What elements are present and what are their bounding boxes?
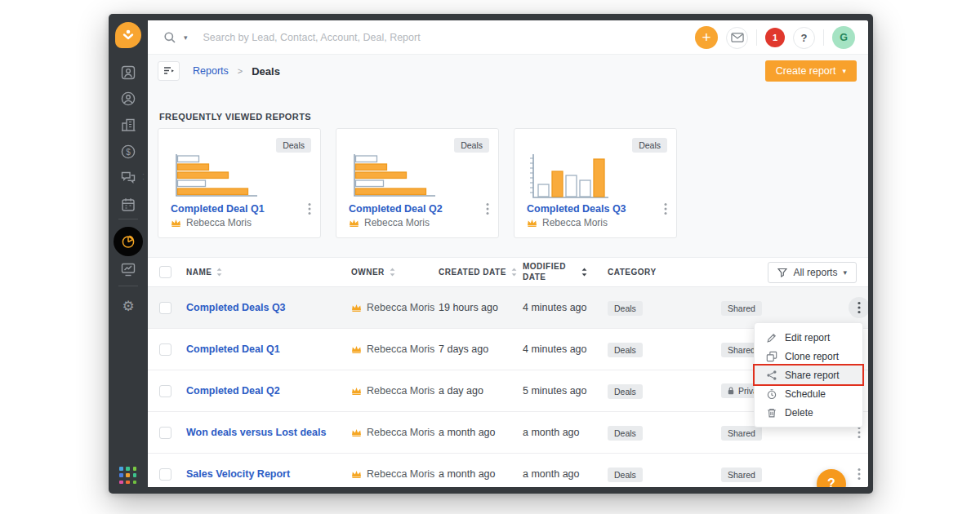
sidebar: $ ⁚ ⚙ bbox=[109, 14, 148, 494]
report-owner: Rebecca Moris bbox=[186, 217, 252, 228]
category-badge: Deals bbox=[608, 467, 643, 482]
report-card[interactable]: Deals Completed Deal Q2 bbox=[336, 128, 499, 238]
visibility-badge: Shared bbox=[721, 426, 762, 441]
select-all-checkbox[interactable] bbox=[159, 266, 172, 278]
gear-icon: ⚙ bbox=[122, 299, 134, 313]
menu-item-edit-report[interactable]: Edit report bbox=[755, 328, 862, 347]
report-owner: Rebecca Moris bbox=[542, 217, 608, 228]
search-icon bbox=[163, 31, 176, 44]
help-button[interactable]: ? bbox=[793, 27, 815, 49]
screenshot-canvas: $ ⁚ ⚙ bbox=[0, 0, 980, 514]
topbar-divider bbox=[756, 29, 757, 46]
sort-icon bbox=[511, 268, 517, 277]
row-checkbox[interactable] bbox=[159, 385, 172, 397]
row-context-menu: Edit report Clone report Share report Sc… bbox=[754, 322, 863, 428]
visibility-badge: Shared bbox=[721, 301, 762, 316]
menu-item-share-report[interactable]: Share report bbox=[755, 366, 862, 384]
category-badge: Deals bbox=[608, 343, 643, 357]
caret-down-icon: ▾ bbox=[843, 268, 847, 277]
created-date: 19 hours ago bbox=[439, 302, 523, 313]
list-toggle-icon bbox=[163, 66, 175, 76]
clone-icon bbox=[766, 351, 777, 362]
search-input[interactable]: Search by Lead, Contact, Account, Deal, … bbox=[203, 32, 421, 43]
created-date: a day ago bbox=[439, 385, 523, 397]
row-checkbox[interactable] bbox=[159, 343, 172, 356]
sidebar-divider bbox=[118, 286, 138, 286]
report-card-title[interactable]: Completed Deals Q3 bbox=[527, 203, 626, 215]
freshsales-logo[interactable] bbox=[115, 22, 141, 48]
column-header-created[interactable]: CREATED DATE bbox=[439, 268, 523, 277]
visibility-badge: Shared bbox=[721, 467, 762, 482]
all-reports-filter-button[interactable]: All reports ▾ bbox=[768, 262, 857, 283]
kebab-icon[interactable] bbox=[664, 202, 667, 215]
section-title: FREQUENTLY VIEWED REPORTS bbox=[159, 112, 311, 122]
plus-icon: + bbox=[702, 29, 710, 45]
report-name-link[interactable]: Sales Velocity Report bbox=[186, 468, 351, 480]
report-card-title[interactable]: Completed Deal Q1 bbox=[171, 203, 265, 215]
row-checkbox[interactable] bbox=[159, 302, 172, 314]
apps-icon[interactable] bbox=[119, 467, 137, 485]
sidebar-item-leads[interactable] bbox=[120, 64, 136, 81]
lock-icon bbox=[728, 387, 734, 395]
table-row[interactable]: Sales Velocity Report Rebecca Moris a mo… bbox=[148, 454, 868, 487]
row-actions-button[interactable] bbox=[849, 297, 868, 318]
modified-date: a month ago bbox=[523, 427, 608, 438]
created-date: a month ago bbox=[439, 468, 523, 480]
crown-icon bbox=[351, 387, 362, 395]
row-actions-button[interactable] bbox=[849, 463, 868, 485]
sidebar-collapse-toggle[interactable] bbox=[158, 61, 180, 81]
report-card-title[interactable]: Completed Deal Q2 bbox=[349, 203, 443, 215]
row-checkbox[interactable] bbox=[159, 468, 172, 481]
menu-item-clone-report[interactable]: Clone report bbox=[755, 347, 862, 366]
breadcrumb: Reports > Deals Create report ▾ bbox=[158, 60, 857, 82]
modified-date: 4 minutes ago bbox=[523, 302, 608, 313]
quick-add-button[interactable]: + bbox=[695, 26, 718, 49]
card-category-badge: Deals bbox=[454, 138, 489, 153]
column-header-modified[interactable]: MODIFIED DATE bbox=[523, 262, 608, 282]
breadcrumb-reports-link[interactable]: Reports bbox=[193, 65, 229, 77]
crown-icon bbox=[351, 345, 362, 353]
hbar-chart-icon bbox=[171, 153, 261, 199]
notifications-button[interactable]: 1 bbox=[765, 28, 785, 47]
trash-icon bbox=[766, 407, 777, 419]
kebab-icon[interactable] bbox=[486, 202, 489, 215]
category-badge: Deals bbox=[608, 301, 643, 316]
report-name-link[interactable]: Completed Deal Q1 bbox=[186, 343, 351, 355]
search-scope-caret-icon[interactable]: ▾ bbox=[184, 33, 188, 42]
modified-date: a month ago bbox=[523, 468, 608, 480]
kebab-icon[interactable] bbox=[308, 202, 311, 215]
report-card[interactable]: Deals Completed Deal Q1 bbox=[158, 128, 321, 238]
sidebar-item-conversations[interactable] bbox=[120, 170, 136, 186]
hbar-chart-icon bbox=[349, 153, 439, 199]
menu-item-schedule[interactable]: Schedule bbox=[755, 384, 862, 403]
sidebar-item-accounts[interactable] bbox=[120, 117, 136, 133]
sidebar-item-dashboard[interactable] bbox=[120, 261, 136, 277]
created-date: a month ago bbox=[439, 427, 523, 438]
sidebar-item-reports[interactable] bbox=[114, 227, 143, 256]
category-badge: Deals bbox=[608, 384, 643, 399]
sidebar-item-contacts[interactable] bbox=[120, 91, 136, 107]
sort-icon-active bbox=[581, 268, 587, 277]
row-checkbox[interactable] bbox=[159, 427, 172, 439]
column-header-category[interactable]: CATEGORY bbox=[608, 268, 721, 277]
modified-date: 5 minutes ago bbox=[523, 385, 608, 397]
email-button[interactable] bbox=[726, 27, 748, 49]
crown-icon bbox=[527, 219, 537, 227]
crown-icon bbox=[351, 428, 362, 436]
kebab-icon bbox=[858, 426, 861, 439]
sidebar-item-deals[interactable]: $ bbox=[120, 144, 136, 160]
user-avatar[interactable]: G bbox=[832, 26, 855, 49]
report-card[interactable]: Deals Completed Deals Q3 bbox=[514, 128, 677, 238]
column-header-name[interactable]: NAME bbox=[186, 268, 351, 277]
sidebar-item-appointments[interactable] bbox=[120, 197, 136, 213]
report-name-link[interactable]: Completed Deal Q2 bbox=[186, 385, 351, 397]
menu-item-delete[interactable]: Delete bbox=[755, 403, 862, 422]
global-search[interactable]: ▾ Search by Lead, Contact, Account, Deal… bbox=[163, 20, 421, 55]
create-report-button[interactable]: Create report ▾ bbox=[765, 60, 857, 82]
column-header-owner[interactable]: OWNER bbox=[351, 268, 439, 277]
report-name-link[interactable]: Won deals versus Lost deals bbox=[186, 427, 351, 438]
sidebar-item-settings[interactable]: ⚙ bbox=[120, 298, 136, 314]
card-category-badge: Deals bbox=[632, 138, 667, 153]
report-name-link[interactable]: Completed Deals Q3 bbox=[186, 302, 351, 313]
funnel-icon bbox=[777, 268, 787, 277]
